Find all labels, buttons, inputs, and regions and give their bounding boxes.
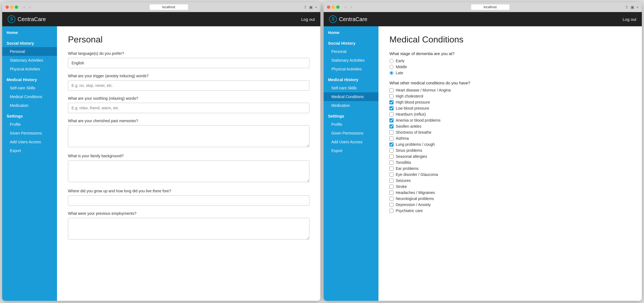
right-sidebar-medical-conditions[interactable]: Medical Conditions [324,92,378,101]
condition-neurological-check[interactable] [389,197,394,201]
right-tab-icon[interactable]: ▣ [631,5,634,9]
condition-anemia-check[interactable] [389,118,394,122]
left-sidebar-physical[interactable]: Physical Activities [2,65,57,73]
condition-high-cholesterol[interactable]: High cholesterol [389,94,631,98]
condition-tonsillitis-check[interactable] [389,161,394,165]
right-sidebar-personal[interactable]: Personal [324,47,378,56]
dementia-late-radio[interactable] [389,71,394,75]
right-sidebar-home[interactable]: Home [324,26,378,37]
minimize-dot[interactable] [10,5,13,9]
employments-input[interactable] [68,218,309,240]
condition-sinus[interactable]: Sinus problems [389,148,631,153]
right-sidebar-self-care[interactable]: Self-care Skills [324,84,378,92]
left-sidebar-medication[interactable]: Medication [2,101,57,110]
language-input[interactable] [68,58,309,68]
right-sidebar-given-permissions[interactable]: Given Permissions [324,129,378,138]
condition-lung-problems[interactable]: Lung problems / cough [389,142,631,147]
close-dot[interactable] [5,5,9,9]
condition-shortness-breath-check[interactable] [389,130,394,135]
dementia-late[interactable]: Late [389,71,631,75]
condition-ear-problems[interactable]: Ear problems [389,166,631,171]
condition-headaches[interactable]: Headaches / Migraines [389,190,631,195]
right-url-bar[interactable]: localhost [471,4,509,10]
condition-shortness-breath[interactable]: Shortness of breathe [389,130,631,135]
left-sidebar-medical-conditions[interactable]: Medical Conditions [2,92,57,101]
grew-up-input[interactable] [68,195,309,206]
right-share-icon[interactable]: ⇧ [625,5,628,9]
condition-high-bp[interactable]: High blood pressure [389,100,631,104]
condition-heartburn[interactable]: Heartburn (reflux) [389,112,631,116]
condition-psychiatric-check[interactable] [389,209,394,213]
left-sidebar-add-users[interactable]: Add Users Access [2,138,57,146]
condition-neurological[interactable]: Neurological problems [389,196,631,201]
condition-asthma-check[interactable] [389,136,394,141]
add-tab-icon[interactable]: + [315,5,317,9]
left-sidebar-personal[interactable]: Personal [2,47,57,56]
left-logout-button[interactable]: Log out [301,17,315,22]
condition-asthma[interactable]: Asthma [389,136,631,141]
condition-tonsillitis[interactable]: Tonsillitis [389,160,631,165]
condition-anemia[interactable]: Anemia or blood problems [389,118,631,122]
right-logout-button[interactable]: Log out [623,17,636,22]
url-bar-left[interactable]: localhost [150,4,188,10]
condition-heart-disease[interactable]: Heart disease / Murmur / Angina [389,88,631,92]
share-icon[interactable]: ⇧ [304,5,307,9]
family-background-input[interactable] [68,160,309,182]
condition-low-bp-check[interactable] [389,106,394,110]
condition-low-bp-label: Low blood pressure [396,106,429,110]
right-sidebar-export[interactable]: Export [324,146,378,155]
soothing-words-input[interactable] [68,103,309,113]
back-button[interactable]: ‹ [22,4,26,10]
condition-eye-disorder-label: Eye disorder / Glaucoma [396,172,438,177]
right-minimize-dot[interactable] [332,5,335,9]
trigger-words-input[interactable] [68,80,309,91]
dementia-middle[interactable]: Middle [389,65,631,69]
language-label: What language(s) do you prefer? [68,51,309,56]
left-sidebar-home[interactable]: Home [2,26,57,37]
tab-icon[interactable]: ▣ [309,5,313,9]
condition-psychiatric[interactable]: Psychiatric care [389,208,631,213]
condition-depression[interactable]: Depression / Anxiety [389,202,631,207]
condition-high-bp-check[interactable] [389,100,394,104]
left-sidebar-self-care[interactable]: Self-care Skills [2,84,57,92]
condition-eye-disorder[interactable]: Eye disorder / Glaucoma [389,172,631,177]
forward-button[interactable]: › [28,4,32,10]
left-sidebar-export[interactable]: Export [2,146,57,155]
right-add-tab-icon[interactable]: + [636,5,639,9]
past-memories-input[interactable] [68,125,309,147]
condition-sinus-check[interactable] [389,148,394,153]
right-maximize-dot[interactable] [336,5,340,9]
right-close-dot[interactable] [327,5,330,9]
condition-depression-check[interactable] [389,203,394,207]
dementia-early-radio[interactable] [389,59,394,63]
condition-high-cholesterol-check[interactable] [389,94,394,98]
right-sidebar-physical[interactable]: Physical Activities [324,65,378,73]
condition-headaches-check[interactable] [389,191,394,195]
condition-heart-disease-check[interactable] [389,88,394,92]
condition-seizures[interactable]: Seizures [389,178,631,183]
condition-eye-disorder-check[interactable] [389,173,394,177]
left-sidebar-profile[interactable]: Profile [2,120,57,129]
condition-stroke-check[interactable] [389,185,394,189]
condition-ear-problems-check[interactable] [389,167,394,171]
condition-lung-problems-check[interactable] [389,142,394,147]
condition-seizures-check[interactable] [389,179,394,183]
condition-seasonal-allergies-check[interactable] [389,155,394,159]
dementia-middle-radio[interactable] [389,65,394,69]
dementia-early[interactable]: Early [389,59,631,63]
condition-seasonal-allergies[interactable]: Seasonal allergies [389,154,631,159]
condition-heartburn-check[interactable] [389,112,394,116]
right-sidebar-add-users[interactable]: Add Users Access [324,138,378,146]
right-forward-button[interactable]: › [350,4,353,10]
right-sidebar-medication[interactable]: Medication [324,101,378,110]
condition-swollen-ankles[interactable]: Swollen ankles [389,124,631,128]
maximize-dot[interactable] [15,5,18,9]
right-sidebar-stationary[interactable]: Stationary Activities [324,56,378,65]
left-sidebar-stationary[interactable]: Stationary Activities [2,56,57,65]
right-sidebar-profile[interactable]: Profile [324,120,378,129]
condition-stroke[interactable]: Stroke [389,184,631,189]
condition-low-bp[interactable]: Low blood pressure [389,106,631,110]
left-sidebar-given-permissions[interactable]: Given Permissions [2,129,57,138]
condition-swollen-ankles-check[interactable] [389,124,394,128]
right-back-button[interactable]: ‹ [344,4,347,10]
